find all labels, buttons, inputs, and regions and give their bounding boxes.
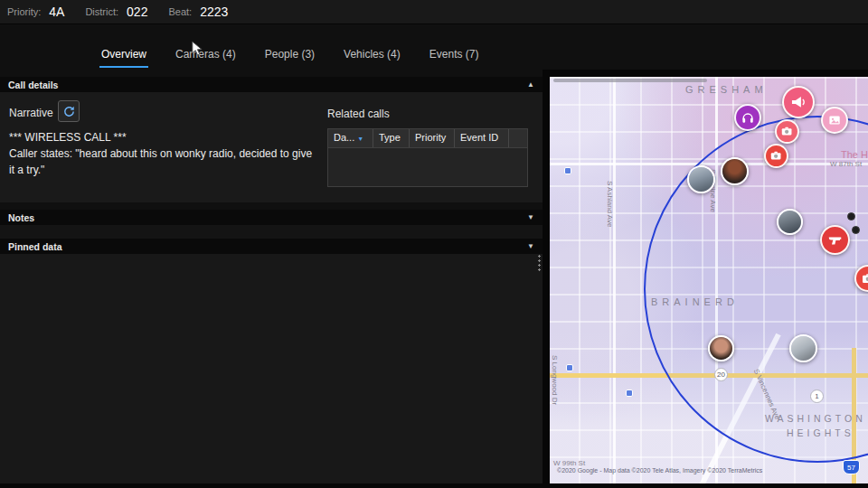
person-photo-marker[interactable] <box>721 157 749 185</box>
beat-value: 2223 <box>200 5 228 19</box>
narrative-text: *** WIRELESS CALL *** Caller states: "he… <box>9 129 318 178</box>
interstate-57-shield: 57 <box>843 460 860 474</box>
related-calls-header-row: Da...▼ Type Priority Event ID <box>328 129 527 148</box>
panel-splitter-handle[interactable] <box>536 253 542 271</box>
camera-marker[interactable] <box>775 119 799 144</box>
column-event-id[interactable]: Event ID <box>455 129 509 147</box>
narrative-label: Narrative <box>9 107 53 119</box>
vehicle-photo-marker[interactable] <box>687 165 715 193</box>
person-thumbnail <box>710 337 732 360</box>
street-label-w87: W 87th St <box>830 160 862 168</box>
transit-stop-icon <box>566 364 573 371</box>
route-marker-1: 1 <box>810 389 824 403</box>
tab-people[interactable]: People (3) <box>263 42 316 68</box>
pinned-data-title: Pinned data <box>8 241 62 252</box>
headphones-marker[interactable] <box>734 104 761 131</box>
notes-collapsed-area <box>0 225 542 239</box>
small-dot-marker[interactable] <box>847 212 855 221</box>
pinned-data-header[interactable]: Pinned data ▼ <box>0 239 542 254</box>
column-priority[interactable]: Priority <box>410 129 455 147</box>
priority-value: 4A <box>49 5 64 19</box>
collapse-up-icon: ▲ <box>527 80 534 89</box>
collapse-down-icon: ▼ <box>527 213 534 221</box>
column-type[interactable]: Type <box>373 129 410 147</box>
street-label-w99: W 99th St <box>553 459 585 467</box>
tab-bar: Overview Cameras (4) People (3) Vehicles… <box>99 41 480 70</box>
poi-label: The H <box>841 149 868 160</box>
narrative-line1: *** WIRELESS CALL *** <box>9 129 318 145</box>
district-value: 022 <box>127 5 147 19</box>
map-scrollbar[interactable] <box>553 79 707 82</box>
street-label-ashland: S Ashland Ave <box>606 181 614 227</box>
call-details-title: Call details <box>8 80 58 90</box>
vehicle-photo-marker[interactable] <box>789 334 817 362</box>
image-marker[interactable] <box>821 107 848 134</box>
map-attribution: ©2020 Google - Map data ©2020 Tele Atlas… <box>557 467 762 474</box>
headphones-icon <box>741 110 755 125</box>
vehicle-thumbnail <box>778 211 801 233</box>
district-label: District: <box>85 6 118 17</box>
notes-header[interactable]: Notes ▼ <box>0 210 542 225</box>
person-thumbnail <box>722 159 747 183</box>
dispatch-app: Priority: 4A District: 022 Beat: 2223 Ov… <box>0 0 868 488</box>
collapse-down-icon: ▼ <box>527 242 534 250</box>
sort-desc-icon: ▼ <box>357 136 363 142</box>
column-date[interactable]: Da...▼ <box>328 129 373 147</box>
person-photo-marker[interactable] <box>708 335 734 361</box>
transit-stop-icon <box>564 167 571 174</box>
route-marker-20: 20 <box>714 368 728 381</box>
related-calls-empty-body <box>328 148 527 186</box>
refresh-icon <box>62 105 76 118</box>
camera-icon <box>861 271 868 286</box>
beat-label: Beat: <box>168 6 192 17</box>
area-label-heights: HEIGHTS <box>787 427 854 438</box>
camera-icon <box>769 149 782 162</box>
vehicle-thumbnail <box>689 167 713 192</box>
map-panel[interactable]: GRESHAM BRAINERD WASHINGTON HEIGHTS The … <box>550 77 868 483</box>
notes-title: Notes <box>8 212 34 223</box>
tab-events[interactable]: Events (7) <box>428 42 481 68</box>
street-label-longwood: S Longwood Dr <box>551 355 559 405</box>
small-dot-marker[interactable] <box>852 226 860 234</box>
camera-icon <box>780 125 793 137</box>
narrative-line2: Caller states: "heard about this on wonk… <box>9 145 318 178</box>
speaker-marker[interactable] <box>782 86 815 118</box>
image-icon <box>827 113 842 127</box>
gun-icon <box>827 232 844 249</box>
transit-stop-icon <box>626 389 633 397</box>
tab-cameras[interactable]: Cameras (4) <box>174 42 238 68</box>
pinned-data-body <box>0 254 542 483</box>
road-ashland <box>613 77 616 483</box>
related-calls-label: Related calls <box>327 108 390 120</box>
call-details-header[interactable]: Call details ▲ <box>0 77 542 92</box>
priority-label: Priority: <box>7 6 41 17</box>
area-label-brainerd: BRAINERD <box>651 296 739 307</box>
vehicle-photo-marker[interactable] <box>777 209 803 235</box>
area-label-gresham: GRESHAM <box>685 84 768 95</box>
vehicle-thumbnail <box>791 336 816 361</box>
refresh-narrative-button[interactable] <box>58 100 80 122</box>
column-filler <box>509 129 527 147</box>
incident-header-bar: Priority: 4A District: 022 Beat: 2223 <box>0 0 868 24</box>
camera-marker[interactable] <box>764 144 788 168</box>
tab-overview[interactable]: Overview <box>99 42 148 68</box>
related-calls-table: Da...▼ Type Priority Event ID <box>327 128 528 187</box>
gun-marker[interactable] <box>820 225 850 255</box>
speaker-icon <box>789 93 807 111</box>
tab-vehicles[interactable]: Vehicles (4) <box>342 42 402 68</box>
